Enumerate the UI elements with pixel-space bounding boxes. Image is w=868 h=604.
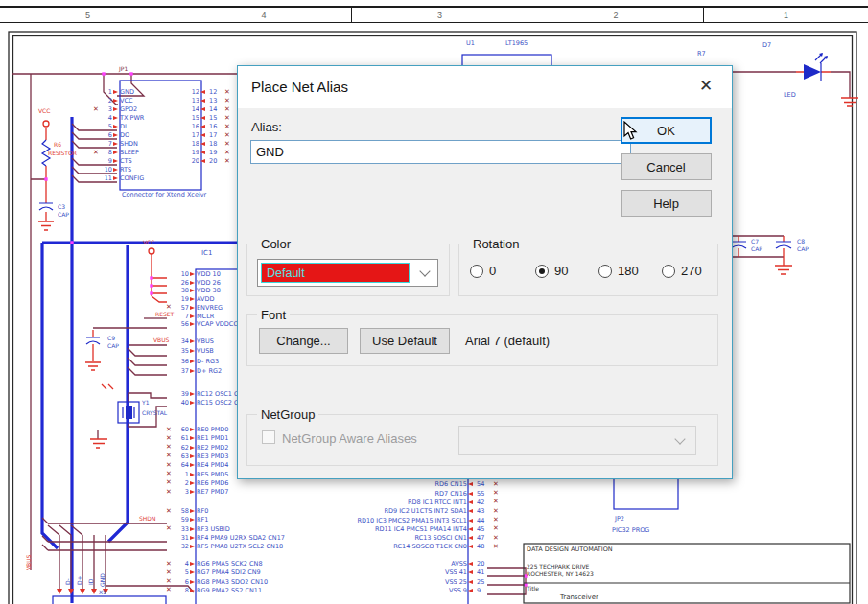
pin-RE6 PMD6: ✕2RE6 PMD6	[165, 479, 229, 487]
pin-AVDD: 19AVDD	[165, 295, 215, 303]
rotation-group-label: Rotation	[469, 237, 523, 251]
titleblock-address2: ROCHESTER, NY 14623	[527, 571, 594, 577]
mouse-cursor	[623, 121, 643, 142]
c7-ref: C7	[751, 239, 759, 244]
pin-RD9 IC2 U1CTS INT2 SDA1: RD9 IC2 U1CTS INT2 SDA143✕	[321, 507, 500, 515]
radio-icon	[535, 265, 549, 278]
r6-value: RESISTOR	[48, 151, 77, 156]
pin-VDD 26: 26VDD 26	[165, 279, 221, 287]
pin-RD7 CN16: RD7 CN1655✕	[321, 490, 500, 498]
pin-18: 1818✕	[123, 140, 231, 148]
u1-value: LT1965	[505, 40, 528, 47]
pin-D+ RG2: 37D+ RG2	[165, 367, 222, 375]
rotation-radio-90[interactable]: 90	[535, 264, 568, 278]
titleblock-title-label: Title	[527, 586, 539, 592]
rotation-radio-270[interactable]: 270	[662, 264, 702, 278]
color-dropdown[interactable]: Default	[257, 259, 438, 287]
pin-12: 1212✕	[123, 88, 231, 96]
titleblock-company: DATA DESIGN AUTOMATION	[527, 546, 613, 553]
pin-RG7 PMA4 SDI2 CN9: ✕5RG7 PMA4 SDI2 CN9	[165, 569, 261, 576]
pin-RE3 PMD3: ✕63RE3 PMD3	[165, 453, 229, 460]
close-icon[interactable]: ✕	[695, 76, 716, 97]
x1-pin-label: GND	[100, 573, 106, 587]
chevron-down-icon	[419, 266, 430, 276]
u1-ref: U1	[466, 40, 475, 47]
dialog-title: Place Net Alias	[251, 79, 348, 95]
pin-RG9 PMA2 SS2 CN11: ✕8RG9 PMA2 SS2 CN11	[165, 587, 262, 594]
rotation-radio-180[interactable]: 180	[598, 264, 639, 278]
pin-CONFIG: 11CONFIG	[92, 174, 144, 182]
pin-14: 1414✕	[123, 105, 231, 113]
c3-value: CAP	[58, 212, 69, 218]
pin-RE0 PMD0: ✕60RE0 PMD0	[165, 426, 229, 433]
titleblock-title: Transceiver	[560, 594, 598, 601]
pin-20: 2020✕	[123, 157, 231, 165]
led-diode-icon	[804, 64, 821, 80]
pin-RF4 PMA9 U2RX SDA2 CN17: 31RF4 PMA9 U2RX SDA2 CN17	[165, 534, 285, 542]
pin-RD10 IC3 PMCS2 PMA15 INT3 SCL1: RD10 IC3 PMCS2 PMA15 INT3 SCL144✕	[321, 517, 500, 524]
dialog-titlebar[interactable]: Place Net Alias ✕	[238, 66, 732, 108]
font-current-value: Arial 7 (default)	[465, 334, 550, 348]
chevron-down-icon	[674, 433, 685, 444]
pin-RF0: ✕58RF0	[165, 507, 208, 515]
pin-RC14 SOSCO T1CK CN0: RC14 SOSCO T1CK CN048✕	[321, 543, 500, 550]
d7-ref: D7	[762, 42, 771, 49]
net-label-shdn: SHDN	[139, 516, 155, 522]
jp1-ref: JP1	[119, 66, 128, 72]
pin-VCAP VDDCORE: 56VCAP VDDCORE	[165, 320, 246, 328]
x1-ref: X1	[99, 590, 106, 595]
d7-value: LED	[784, 92, 796, 99]
pin-17: 1717✕	[123, 131, 231, 139]
pin-VDD 38: 38VDD 38	[165, 287, 221, 294]
pin-13: 1313✕	[123, 97, 231, 105]
rotation-radio-0[interactable]: 0	[470, 264, 496, 278]
vcc-label: VCC	[143, 240, 154, 245]
pin-RF3 USBID: ✕33RF3 USBID	[165, 525, 230, 533]
c9-value: CAP	[107, 343, 119, 349]
cancel-button[interactable]: Cancel	[621, 153, 712, 180]
pin-VSS 25: VSS 2525	[354, 578, 500, 586]
titleblock-address1: 225 TECHPARK DRIVE	[527, 564, 589, 569]
radio-icon	[598, 265, 612, 278]
c8-value: CAP	[797, 246, 809, 252]
font-change-button[interactable]: Change...	[259, 328, 348, 354]
place-net-alias-dialog: Place Net Alias ✕ Alias: OK Cancel Help …	[237, 65, 733, 479]
font-group-label: Font	[257, 308, 290, 322]
radio-icon	[662, 265, 675, 278]
pin-RG8 PMA3 SDO2 CN10: ✕6RG8 PMA3 SDO2 CN10	[165, 578, 268, 586]
c7-value: CAP	[751, 246, 762, 252]
netgroup-aware-checkbox[interactable]	[262, 430, 275, 444]
y1-value: CRYSTAL	[142, 410, 167, 416]
pin-VSS 41: VSS 4141	[354, 569, 500, 576]
pin-RE2 PMD2: ✕62RE2 PMD2	[165, 444, 229, 452]
font-group: Font Change... Use Default Arial 7 (defa…	[246, 314, 718, 366]
r7-ref: R7	[697, 51, 706, 58]
help-button[interactable]: Help	[621, 190, 712, 217]
pin-RE7 PMD7: ✕3RE7 PMD7	[165, 488, 229, 496]
color-selected-value: Default	[261, 263, 410, 283]
pin-RD8 IC1 RTCC INT1: RD8 IC1 RTCC INT142✕	[321, 499, 500, 506]
pin-VDD 10: 10VDD 10	[165, 270, 221, 278]
color-group-label: Color	[257, 237, 294, 251]
pin-RE1 PMD1: ✕61RE1 PMD1	[165, 434, 229, 442]
pin-16: 1616✕	[123, 123, 231, 130]
pin-RE4 PMD4: ✕64RE4 PMD4	[165, 461, 229, 469]
c8-ref: C8	[797, 239, 805, 244]
y1-ref: Y1	[142, 400, 149, 406]
pin-ENVREG: ✕57ENVREG	[165, 304, 223, 312]
crystal-body	[126, 406, 132, 419]
pin-MCLR: 7MCLR	[165, 313, 214, 320]
font-use-default-button[interactable]: Use Default	[360, 328, 450, 354]
netgroup-checkbox-label: NetGroup Aware Aliases	[282, 431, 417, 446]
pin-DI: 5DI	[92, 123, 127, 130]
jp2-value: PIC32 PROG	[612, 527, 649, 534]
pin-AVSS: AVSS20	[354, 560, 500, 568]
rotation-group: Rotation 0 90 180 270	[458, 244, 718, 296]
color-group: Color Default	[246, 244, 450, 296]
alias-input[interactable]	[250, 140, 631, 164]
pin-RD6 CN15: RD6 CN1554✕	[321, 480, 500, 488]
netgroup-group-label: NetGroup	[257, 407, 318, 422]
pin-15: 1515✕	[123, 114, 231, 122]
netgroup-dropdown[interactable]	[458, 426, 696, 455]
c3-ref: C3	[58, 204, 65, 210]
